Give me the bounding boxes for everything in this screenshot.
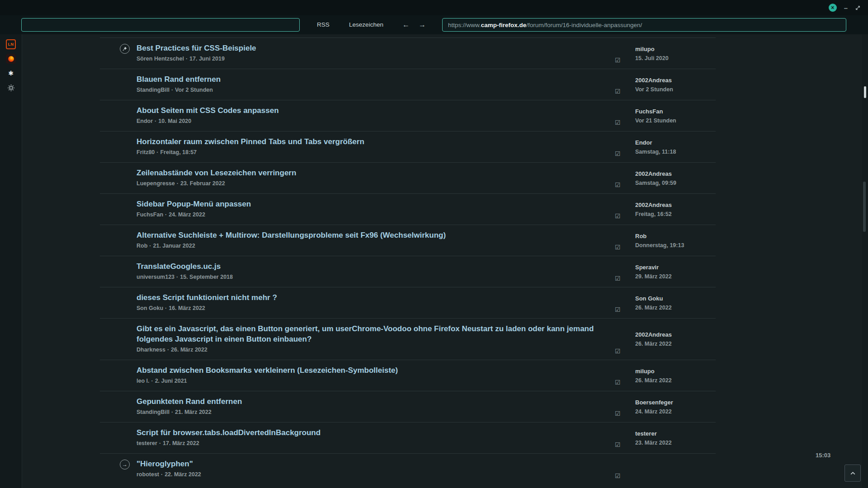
- last-post-user-link[interactable]: Boersenfeger: [635, 399, 714, 406]
- last-post-date-link[interactable]: 15. Juli 2020: [635, 55, 714, 62]
- thread-author-link[interactable]: Luepengresse: [137, 180, 175, 187]
- mark-read-checkbox[interactable]: ☑: [611, 57, 635, 69]
- byline-separator: ·: [177, 180, 179, 187]
- thread-title-link[interactable]: Horizontaler raum zwischen Pinned Tabs u…: [137, 136, 599, 147]
- last-post-user-link[interactable]: 2002Andreas: [635, 76, 714, 84]
- last-post-user-link[interactable]: 2002Andreas: [635, 170, 714, 178]
- mark-read-checkbox[interactable]: ☑: [611, 473, 635, 484]
- last-post-user-link[interactable]: Speravir: [635, 263, 714, 271]
- thread-author-link[interactable]: FuchsFan: [137, 211, 163, 218]
- thread-title-link[interactable]: Zeilenabstände von Lesezeichen verringer…: [137, 168, 599, 178]
- mark-read-checkbox[interactable]: ☑: [611, 306, 635, 318]
- last-post-user-link[interactable]: 2002Andreas: [635, 201, 714, 209]
- thread-title-link[interactable]: Blauen Rand entfernen: [137, 74, 599, 84]
- thread-author-link[interactable]: leo l.: [137, 378, 149, 384]
- thread-title-link[interactable]: TranslateGoogles.uc.js: [137, 261, 599, 272]
- asterisk-icon: ✱: [8, 70, 14, 77]
- last-post-cell: 2002Andreas Freitag, 16:52: [635, 201, 716, 218]
- thread-title-link[interactable]: dieses Script funktioniert nicht mehr ?: [137, 292, 599, 303]
- scrollbar-thumb[interactable]: [864, 86, 866, 98]
- scroll-to-top-button[interactable]: [844, 465, 861, 482]
- last-post-cell: Rob Donnerstag, 19:13: [635, 232, 716, 249]
- thread-title-link[interactable]: Script für browser.tabs.loadDivertedInBa…: [137, 427, 599, 438]
- scrollbar-track[interactable]: [862, 34, 868, 488]
- thread-author-link[interactable]: Rob: [137, 243, 147, 249]
- checkbox-check-icon: ☑: [615, 472, 621, 479]
- window-minimize-button[interactable]: –: [844, 4, 848, 12]
- thread-title-link[interactable]: About Seiten mit CSS Codes anpassen: [137, 105, 599, 116]
- last-post-user-link[interactable]: Son Goku: [635, 295, 714, 302]
- window-resize-button[interactable]: [855, 5, 861, 11]
- thread-title-link[interactable]: Gepunkteten Rand entfernen: [137, 396, 599, 407]
- last-post-date-link[interactable]: Vor 2 Stunden: [635, 86, 714, 93]
- last-post-date-link[interactable]: Freitag, 16:52: [635, 211, 714, 218]
- thread-byline: Sören Hentzschel·17. Juni 2019: [137, 55, 599, 63]
- thread-title-link[interactable]: Best Practices für CSS-Beispiele: [137, 43, 599, 53]
- scrollbar-thumb-secondary[interactable]: [863, 182, 866, 232]
- thread-status-cell: [100, 163, 137, 193]
- mark-read-checkbox[interactable]: ☑: [611, 88, 635, 100]
- thread-author-link[interactable]: Fritz80: [137, 149, 155, 155]
- thread-title-link[interactable]: Abstand zwischen Booksmarks verkleinern …: [137, 365, 599, 375]
- thread-title-link[interactable]: Alternative Suchleiste + Multirow: Darst…: [137, 230, 599, 240]
- mark-read-checkbox[interactable]: ☑: [611, 441, 635, 453]
- thread-author-link[interactable]: Son Goku: [137, 305, 163, 311]
- last-post-date-link[interactable]: 26. März 2022: [635, 377, 714, 384]
- mark-read-checkbox[interactable]: ☑: [611, 348, 635, 360]
- mark-read-checkbox[interactable]: ☑: [611, 150, 635, 162]
- url-bar[interactable]: https://www.camp-firefox.de/forum/forum/…: [442, 18, 846, 32]
- last-post-date-link[interactable]: 26. März 2022: [635, 304, 714, 311]
- quick-search-input[interactable]: [21, 18, 300, 32]
- last-post-date-link[interactable]: Samstag, 09:59: [635, 179, 714, 187]
- thread-author-link[interactable]: universum123: [137, 274, 175, 280]
- thread-author-link[interactable]: StandingBill: [137, 409, 170, 415]
- last-post-date-link[interactable]: 24. März 2022: [635, 408, 714, 415]
- sidebar-item-ln-badge[interactable]: LN: [6, 39, 16, 49]
- last-post-user-link[interactable]: Rob: [635, 232, 714, 240]
- rss-button[interactable]: RSS: [312, 18, 335, 32]
- thread-byline: FuchsFan·24. März 2022: [137, 211, 599, 219]
- bookmarks-button[interactable]: Lesezeichen: [341, 18, 391, 32]
- checkbox-check-icon: ☑: [615, 56, 621, 64]
- last-post-date-link[interactable]: Donnerstag, 19:13: [635, 242, 714, 249]
- last-post-date-link[interactable]: Samstag, 11:18: [635, 148, 714, 155]
- last-post-user-link[interactable]: Endor: [635, 139, 714, 146]
- mark-read-checkbox[interactable]: ☑: [611, 182, 635, 193]
- mark-read-checkbox[interactable]: ☑: [611, 119, 635, 131]
- last-post-user-link[interactable]: milupo: [635, 45, 714, 53]
- last-post-user-link[interactable]: testerer: [635, 430, 714, 437]
- thread-author-link[interactable]: testerer: [137, 440, 157, 446]
- last-post-date-link[interactable]: Vor 21 Stunden: [635, 117, 714, 124]
- mark-read-checkbox[interactable]: ☑: [611, 244, 635, 256]
- mark-read-checkbox[interactable]: ☑: [611, 213, 635, 225]
- thread-author-link[interactable]: StandingBill: [137, 87, 170, 93]
- thread-row: → "Hieroglyphen" robotest·22. März 2022 …: [100, 453, 716, 484]
- thread-author-link[interactable]: Sören Hentzschel: [137, 56, 184, 62]
- mark-read-checkbox[interactable]: ☑: [611, 410, 635, 422]
- sidebar-item-firefox[interactable]: [6, 54, 16, 64]
- thread-author-link[interactable]: robotest: [137, 471, 159, 478]
- last-post-date-link[interactable]: 23. März 2022: [635, 439, 714, 446]
- thread-main-cell: Sidebar Popup-Menü anpassen FuchsFan·24.…: [137, 194, 611, 225]
- thread-main-cell: Zeilenabstände von Lesezeichen verringer…: [137, 163, 611, 193]
- last-post-date-link[interactable]: 29. März 2022: [635, 273, 714, 280]
- last-post-user-link[interactable]: milupo: [635, 367, 714, 375]
- thread-title-link[interactable]: "Hieroglyphen": [137, 459, 599, 469]
- last-post-user-link[interactable]: FuchsFan: [635, 108, 714, 115]
- sidebar-item-userchrome[interactable]: ✱: [6, 68, 16, 78]
- mark-read-checkbox[interactable]: ☑: [611, 275, 635, 287]
- last-post-user-link[interactable]: 2002Andreas: [635, 331, 714, 338]
- mark-read-checkbox[interactable]: ☑: [611, 379, 635, 391]
- thread-byline: Endor·10. Mai 2020: [137, 117, 599, 125]
- pinned-thread-icon: [120, 44, 130, 54]
- last-post-date-link[interactable]: 26. März 2022: [635, 340, 714, 347]
- thread-title-link[interactable]: Gibt es ein Javascript, das einen Button…: [137, 324, 599, 344]
- forward-button[interactable]: →: [416, 18, 429, 32]
- window-close-button[interactable]: ×: [829, 4, 837, 12]
- back-button[interactable]: ←: [400, 18, 412, 32]
- thread-author-link[interactable]: Endor: [137, 118, 153, 124]
- thread-title-link[interactable]: Sidebar Popup-Menü anpassen: [137, 199, 599, 209]
- thread-status-cell: [100, 391, 137, 422]
- sidebar-item-settings[interactable]: [6, 83, 16, 93]
- thread-author-link[interactable]: Dharkness: [137, 347, 165, 353]
